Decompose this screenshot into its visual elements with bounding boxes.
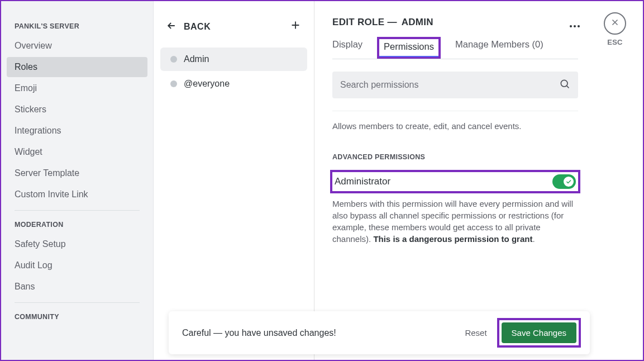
sidebar-item-emoji[interactable]: Emoji (7, 78, 147, 98)
sidebar-item-bans[interactable]: Bans (7, 277, 147, 297)
sidebar-item-custom-invite[interactable]: Custom Invite Link (7, 184, 147, 205)
role-item-admin[interactable]: Admin (160, 48, 307, 71)
arrow-left-icon (166, 20, 177, 34)
permission-name: Administrator (335, 176, 390, 187)
page-title: EDIT ROLE — ADMIN (332, 17, 578, 28)
unsaved-changes-bar: Careful — you have unsaved changes! Rese… (169, 311, 590, 354)
role-name: Admin (184, 54, 209, 64)
sidebar-section-server: PANKIL'S SERVER (7, 18, 147, 35)
sidebar-section-community: COMMUNITY (7, 308, 147, 325)
tab-permissions[interactable]: Permissions (377, 37, 441, 59)
sidebar-item-roles[interactable]: Roles (7, 57, 147, 77)
permission-description: Members with this permission will have e… (332, 198, 578, 245)
back-button[interactable]: BACK (166, 20, 211, 34)
reset-button[interactable]: Reset (465, 328, 486, 338)
tab-display[interactable]: Display (332, 39, 362, 59)
save-changes-button[interactable]: Save Changes (502, 322, 576, 343)
more-options-button[interactable] (568, 20, 581, 35)
sidebar-item-audit-log[interactable]: Audit Log (7, 255, 147, 276)
back-label: BACK (184, 22, 211, 32)
close-button[interactable] (604, 12, 626, 35)
advanced-permissions-label: ADVANCED PERMISSIONS (332, 153, 578, 161)
close-icon (610, 17, 620, 30)
toggle-thumb (564, 177, 574, 187)
role-item-everyone[interactable]: @everyone (160, 72, 307, 96)
administrator-toggle[interactable] (552, 174, 576, 189)
sidebar-item-server-template[interactable]: Server Template (7, 163, 147, 183)
add-role-button[interactable] (289, 18, 302, 35)
role-name: @everyone (184, 79, 230, 89)
svg-point-2 (574, 25, 576, 27)
svg-point-1 (570, 25, 572, 27)
sidebar-item-integrations[interactable]: Integrations (7, 121, 147, 141)
sidebar-item-stickers[interactable]: Stickers (7, 99, 147, 120)
roles-column: BACK Admin @everyone (154, 1, 314, 360)
svg-point-0 (561, 80, 567, 87)
tabs: Display Permissions Manage Members (0) (332, 39, 578, 59)
svg-point-3 (578, 25, 580, 27)
sidebar-divider (15, 302, 140, 303)
unsaved-text: Careful — you have unsaved changes! (182, 328, 336, 338)
tab-members[interactable]: Manage Members (0) (455, 39, 543, 59)
sidebar-item-overview[interactable]: Overview (7, 36, 147, 56)
sidebar-item-safety-setup[interactable]: Safety Setup (7, 234, 147, 254)
save-highlight: Save Changes (497, 318, 581, 348)
permission-administrator: Administrator (330, 170, 580, 193)
main-panel: EDIT ROLE — ADMIN Display Permissions Ma… (314, 1, 643, 360)
sidebar-section-moderation: MODERATION (7, 216, 147, 233)
close-container: ESC (604, 12, 626, 46)
sidebar-item-widget[interactable]: Widget (7, 142, 147, 162)
settings-sidebar: PANKIL'S SERVER Overview Roles Emoji Sti… (1, 1, 154, 360)
sidebar-divider (15, 210, 140, 211)
search-permissions[interactable] (332, 72, 578, 98)
dots-icon (568, 25, 581, 35)
search-input[interactable] (340, 80, 559, 90)
esc-label: ESC (604, 38, 626, 46)
divider (332, 111, 578, 111)
plus-icon (289, 18, 302, 35)
search-icon (559, 78, 570, 92)
role-color-dot (170, 80, 177, 87)
role-color-dot (170, 56, 177, 63)
prior-permission-desc: Allows members to create, edit, and canc… (332, 121, 578, 131)
